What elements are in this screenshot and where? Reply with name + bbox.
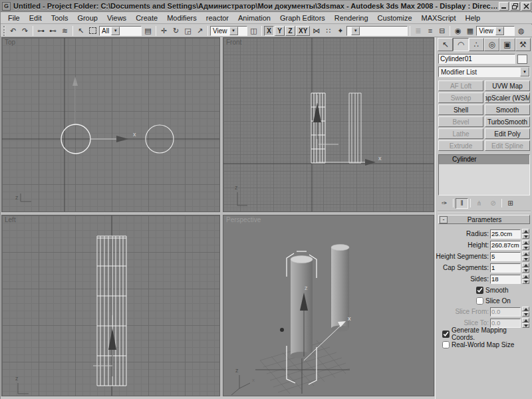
cylinder02-object-front[interactable] xyxy=(349,93,361,163)
parameters-rollout-header[interactable]: - Parameters xyxy=(438,215,530,224)
modifier-button-turbosmooth[interactable]: TurboSmooth xyxy=(485,116,530,127)
modifier-button-uvw-map[interactable]: UVW Map xyxy=(485,80,530,91)
dropdown-arrow-icon[interactable]: ▼ xyxy=(520,67,529,76)
select-object-icon[interactable]: ↖ xyxy=(75,25,86,36)
sides-spinner[interactable] xyxy=(522,274,529,284)
viewport-front-label[interactable]: Front xyxy=(226,39,241,46)
cap-segments-field[interactable] xyxy=(490,263,521,273)
modifier-list-dropdown[interactable]: Modifier List ▼ xyxy=(438,66,530,77)
modifier-button-mapscaler[interactable]: apScaler (WSM xyxy=(485,92,530,103)
reference-coordinate-dropdown[interactable]: View ▼ xyxy=(210,26,247,36)
menu-animation[interactable]: Animation xyxy=(233,13,275,23)
cap-segments-spinner[interactable] xyxy=(522,263,529,273)
spinner-up-icon[interactable] xyxy=(522,274,529,279)
activeshade-icon[interactable]: ◑ xyxy=(527,25,532,36)
axis-constraint-y-button[interactable]: Y xyxy=(275,26,285,36)
cylinder02-object-perspective[interactable] xyxy=(331,245,349,332)
viewport-left[interactable]: z Left xyxy=(1,215,220,396)
menu-reactor[interactable]: reactor xyxy=(201,13,233,23)
undo-icon[interactable]: ↶ xyxy=(7,25,19,36)
radius-spinner[interactable] xyxy=(522,229,529,239)
menu-maxscript[interactable]: MAXScript xyxy=(417,13,461,23)
move-gizmo-arrow[interactable] xyxy=(108,329,116,350)
selection-filter-dropdown[interactable]: All ▼ xyxy=(99,26,142,36)
cylinder01-object-front[interactable] xyxy=(311,93,325,163)
tab-hierarchy[interactable]: ∴ xyxy=(469,38,484,51)
viewport-perspective[interactable]: z x z x Perspective xyxy=(223,215,434,396)
mirror-icon[interactable]: ⋈ xyxy=(311,25,322,36)
axis-constraint-x-button[interactable]: X xyxy=(264,26,274,36)
redo-icon[interactable]: ↷ xyxy=(19,25,31,36)
dropdown-arrow-icon[interactable]: ▼ xyxy=(111,27,120,35)
modifier-button-shell[interactable]: Shell xyxy=(438,104,483,115)
spinner-down-icon[interactable] xyxy=(522,279,529,284)
menu-rendering[interactable]: Rendering xyxy=(330,13,373,23)
move-gizmo-x-arrow[interactable] xyxy=(116,136,128,142)
menu-customize[interactable]: Customize xyxy=(373,13,417,23)
viewport-left-label[interactable]: Left xyxy=(5,216,16,223)
quick-render-icon[interactable]: ◍ xyxy=(515,25,527,36)
spinner-down-icon[interactable] xyxy=(522,234,529,239)
modifier-button-smooth[interactable]: Smooth xyxy=(485,104,530,115)
rectangular-selection-region-icon[interactable] xyxy=(87,25,98,36)
menu-create[interactable]: Create xyxy=(131,13,162,23)
viewport-top[interactable]: x z Top xyxy=(1,37,220,212)
show-end-result-icon[interactable]: ‖ xyxy=(456,198,468,209)
viewport-perspective-label[interactable]: Perspective xyxy=(226,216,261,223)
bind-to-spacewarp-icon[interactable]: ≋ xyxy=(59,25,70,36)
spinner-up-icon[interactable] xyxy=(522,240,529,245)
menu-graph-editors[interactable]: Graph Editors xyxy=(275,13,330,23)
move-gizmo-x-arrow[interactable] xyxy=(365,159,376,166)
select-and-move-icon[interactable]: ✛ xyxy=(158,25,170,36)
dropdown-arrow-icon[interactable]: ▼ xyxy=(229,27,238,35)
dropdown-arrow-icon[interactable]: ▼ xyxy=(495,27,504,35)
axis-constraint-xy-button[interactable]: XY xyxy=(296,26,310,36)
spinner-up-icon[interactable] xyxy=(522,229,529,233)
sides-field[interactable] xyxy=(490,275,521,284)
real-world-checkbox[interactable] xyxy=(442,341,450,348)
select-by-name-icon[interactable]: ▤ xyxy=(142,25,154,36)
snaps-toggle-icon[interactable]: ∷ xyxy=(323,25,334,36)
spinner-up-icon[interactable] xyxy=(522,251,529,256)
schematic-view-icon[interactable]: ⊟ xyxy=(436,25,448,36)
height-segments-field[interactable] xyxy=(490,252,521,261)
curve-editor-icon[interactable]: ≡ xyxy=(424,25,436,36)
modifier-stack[interactable]: Cylinder xyxy=(438,154,530,196)
menu-tools[interactable]: Tools xyxy=(47,13,73,23)
stack-item-cylinder[interactable]: Cylinder xyxy=(439,155,529,164)
object-name-field[interactable] xyxy=(438,54,515,64)
menu-modifiers[interactable]: Modifiers xyxy=(162,13,201,23)
use-pivot-center-icon[interactable]: ◫ xyxy=(248,25,259,36)
smooth-checkbox[interactable] xyxy=(476,287,483,294)
menu-group[interactable]: Group xyxy=(72,13,102,23)
viewport-top-label[interactable]: Top xyxy=(5,39,15,46)
generate-mapping-checkbox[interactable] xyxy=(442,331,450,338)
height-segments-spinner[interactable] xyxy=(522,251,529,261)
minimize-button[interactable] xyxy=(499,2,509,11)
rollout-collapse-icon[interactable]: - xyxy=(440,216,448,223)
title-bar[interactable]: G Untitled - Project Folder: C:\Document… xyxy=(1,1,532,12)
menu-help[interactable]: Help xyxy=(461,13,485,23)
material-editor-icon[interactable]: ◉ xyxy=(452,25,464,36)
radius-field[interactable] xyxy=(490,229,521,239)
configure-modifier-sets-icon[interactable]: ⊞ xyxy=(504,198,517,209)
restore-button[interactable] xyxy=(510,2,520,11)
toolbar-drag-handle[interactable] xyxy=(3,26,5,36)
named-selection-sets-dropdown[interactable]: ▼ xyxy=(346,26,408,36)
pin-stack-icon[interactable]: ✑ xyxy=(438,198,451,209)
menu-views[interactable]: Views xyxy=(102,13,131,23)
height-spinner[interactable] xyxy=(522,240,529,250)
spinner-down-icon[interactable] xyxy=(522,268,529,273)
align-icon[interactable]: ✦ xyxy=(334,25,346,36)
axis-constraint-z-button[interactable]: Z xyxy=(285,26,295,36)
tab-create[interactable]: ↖ xyxy=(438,38,453,51)
close-button[interactable] xyxy=(521,2,531,11)
object-color-swatch[interactable] xyxy=(517,55,527,64)
select-and-scale-icon[interactable]: ◲ xyxy=(182,25,194,36)
tab-utilities[interactable]: ⚒ xyxy=(515,38,531,51)
spinner-down-icon[interactable] xyxy=(522,257,529,261)
tab-motion[interactable]: ◎ xyxy=(484,38,499,51)
tab-display[interactable]: ▣ xyxy=(499,38,515,51)
select-and-manipulate-icon[interactable]: ↗ xyxy=(194,25,205,36)
render-scene-icon[interactable]: ▦ xyxy=(464,25,475,36)
